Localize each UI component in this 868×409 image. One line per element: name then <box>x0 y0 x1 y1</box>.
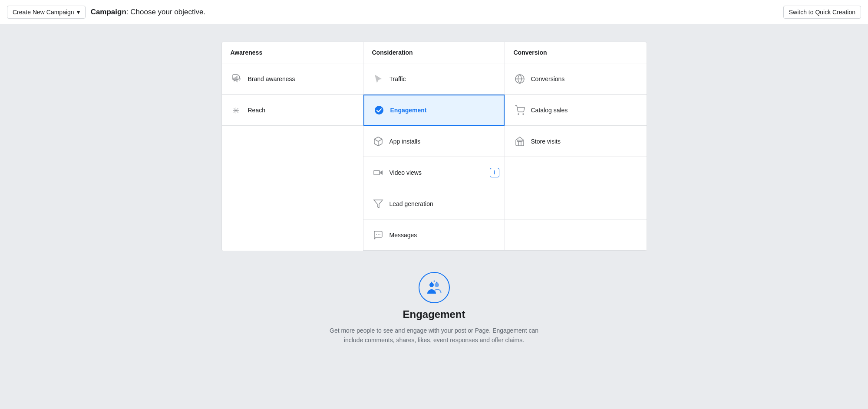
svg-point-12 <box>518 114 519 115</box>
store-visits-cell[interactable]: Store visits <box>505 126 647 157</box>
description-title: Engagement <box>403 308 465 321</box>
conversion-header: Conversion <box>505 42 647 63</box>
svg-point-15 <box>429 283 434 287</box>
cursor-icon <box>372 73 384 85</box>
empty-cell-2 <box>505 188 647 219</box>
chat-icon <box>372 229 384 241</box>
svg-marker-6 <box>374 200 383 208</box>
catalog-sales-cell[interactable]: Catalog sales <box>505 95 647 126</box>
main-content: Awareness Consideration Conversion <box>0 24 868 363</box>
consideration-header: Consideration <box>363 42 505 63</box>
app-installs-label: App installs <box>389 138 421 145</box>
store-visits-label: Store visits <box>531 138 561 145</box>
megaphone-icon <box>231 73 243 85</box>
reach-cell[interactable]: ✳ Reach <box>222 95 363 126</box>
empty-cell-1 <box>505 157 647 188</box>
engagement-cell[interactable]: Engagement <box>363 95 505 126</box>
video-views-label: Video views <box>389 169 422 176</box>
svg-rect-14 <box>517 140 522 141</box>
page-title: Campaign: Choose your objective. <box>91 8 206 16</box>
check-circle-icon <box>373 104 385 116</box>
lead-generation-label: Lead generation <box>389 200 433 207</box>
conversion-column: Conversions Catalog sales <box>505 63 647 251</box>
messages-label: Messages <box>389 232 417 239</box>
info-badge[interactable]: i <box>490 168 499 177</box>
campaign-label: Campaign <box>91 8 126 16</box>
engagement-description-icon <box>419 272 450 303</box>
svg-point-18 <box>433 281 435 282</box>
brand-awareness-cell[interactable]: Brand awareness <box>222 63 363 95</box>
asterisk-icon: ✳ <box>231 104 243 116</box>
engagement-label: Engagement <box>390 107 427 114</box>
svg-point-19 <box>436 282 437 283</box>
awareness-header: Awareness <box>222 42 363 63</box>
brand-awareness-label: Brand awareness <box>248 75 295 82</box>
svg-point-2 <box>375 106 383 115</box>
video-views-cell[interactable]: Video views i <box>363 157 505 188</box>
svg-marker-0 <box>233 75 238 82</box>
reach-label: Reach <box>248 107 265 114</box>
quick-creation-button[interactable]: Switch to Quick Creation <box>783 6 861 19</box>
header-left: Create New Campaign ▾ Campaign: Choose y… <box>7 6 205 19</box>
svg-point-17 <box>431 282 432 283</box>
video-icon <box>372 167 384 179</box>
dropdown-arrow-icon: ▾ <box>77 9 80 16</box>
box-icon <box>372 135 384 147</box>
svg-point-13 <box>523 114 524 115</box>
svg-marker-5 <box>380 170 383 175</box>
svg-text:✳: ✳ <box>232 106 240 115</box>
content-area: Awareness Consideration Conversion <box>221 42 647 345</box>
objective-table: Awareness Consideration Conversion <box>221 42 647 251</box>
consideration-column: Traffic Engagement <box>363 63 505 251</box>
table-header-row: Awareness Consideration Conversion <box>222 42 647 63</box>
filter-icon <box>372 198 384 210</box>
create-campaign-button[interactable]: Create New Campaign ▾ <box>7 6 86 19</box>
empty-cell-3 <box>505 219 647 251</box>
table-body: Brand awareness ✳ Reach <box>222 63 647 251</box>
svg-point-16 <box>435 283 439 287</box>
catalog-sales-label: Catalog sales <box>531 107 568 114</box>
description-text: Get more people to see and engage with y… <box>321 326 547 345</box>
conversions-label: Conversions <box>531 75 565 82</box>
traffic-cell[interactable]: Traffic <box>363 63 505 95</box>
svg-rect-4 <box>374 170 380 175</box>
header: Create New Campaign ▾ Campaign: Choose y… <box>0 0 868 24</box>
create-campaign-label: Create New Campaign <box>13 9 74 16</box>
app-installs-cell[interactable]: App installs <box>363 126 505 157</box>
store-icon <box>514 135 526 147</box>
lead-generation-cell[interactable]: Lead generation <box>363 188 505 219</box>
conversions-cell[interactable]: Conversions <box>505 63 647 95</box>
cart-icon <box>514 104 526 116</box>
globe-icon <box>514 73 526 85</box>
description-section: Engagement Get more people to see and en… <box>221 272 647 345</box>
awareness-column: Brand awareness ✳ Reach <box>222 63 363 251</box>
messages-cell[interactable]: Messages <box>363 219 505 251</box>
traffic-label: Traffic <box>389 75 406 82</box>
